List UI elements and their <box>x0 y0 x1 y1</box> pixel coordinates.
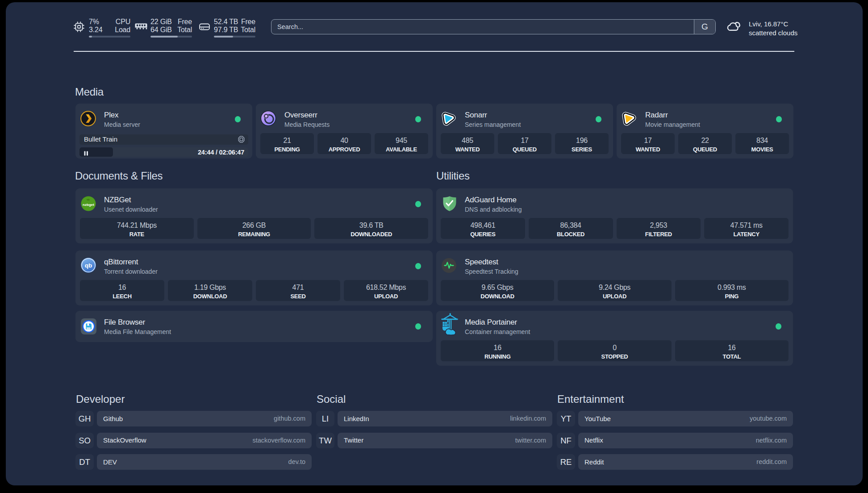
svg-text:qb: qb <box>85 262 92 269</box>
svg-text:nzbget: nzbget <box>83 203 94 207</box>
